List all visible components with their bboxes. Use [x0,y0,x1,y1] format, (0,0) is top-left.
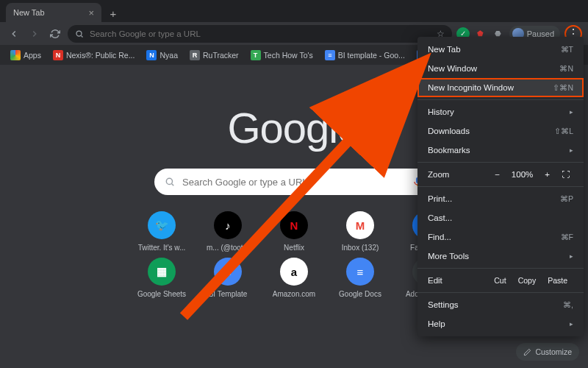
svg-point-1 [166,178,172,184]
chevron-right-icon: ▸ [570,146,573,154]
browser-tab[interactable]: New Tab × [6,3,101,22]
menu-downloads[interactable]: Downloads⇧⌘L [417,121,584,141]
bookmark-item[interactable]: NNyaa [142,48,182,63]
close-tab-icon[interactable]: × [88,7,94,18]
shortcut-tile[interactable]: ♪m... (@toot... [202,211,254,252]
menu-cast[interactable]: Cast... [417,208,584,227]
ntp-search-input[interactable] [182,177,404,188]
google-logo: Google [227,103,360,152]
chevron-right-icon: ▸ [570,108,573,116]
menu-settings[interactable]: Settings⌘, [417,295,584,314]
menu-history[interactable]: History▸ [417,102,584,121]
bookmark-item[interactable]: RRuTracker [185,48,243,63]
menu-new-incognito-window[interactable]: New Incognito Window⇧⌘N [417,78,584,97]
bookmark-item[interactable]: NNexis®: Public Re... [49,48,140,63]
tab-strip: New Tab × + [0,0,588,22]
menu-zoom-row: Zoom − 100% + ⛶ [417,165,584,184]
menu-more-tools[interactable]: More Tools▸ [417,247,584,266]
chevron-right-icon: ▸ [570,252,573,260]
omnibox[interactable]: ☆ [68,25,452,43]
menu-new-window[interactable]: New Window⌘N [417,59,584,78]
zoom-in-button[interactable]: + [542,170,553,179]
menu-print[interactable]: Print...⌘P [417,189,584,208]
menu-help[interactable]: Help▸ [417,314,584,333]
menu-new-tab[interactable]: New Tab⌘T [417,40,584,59]
apps-button[interactable]: Apps [6,48,46,63]
search-icon [75,29,84,38]
shortcut-tile[interactable]: MInbox (132) [334,211,386,252]
shortcut-tile[interactable]: NNetflix [268,211,320,252]
tab-title: New Tab [13,8,45,17]
forward-button[interactable] [26,26,43,42]
fullscreen-icon[interactable]: ⛶ [559,170,573,179]
omnibox-input[interactable] [90,29,431,38]
zoom-level: 100% [509,170,536,179]
shortcuts-grid: 🐦Twitter. It's w...♪m... (@toot...NNetfl… [136,211,452,298]
ntp-search-box[interactable] [154,169,434,195]
search-icon [165,177,175,187]
reload-button[interactable] [47,26,63,42]
zoom-out-button[interactable]: − [492,170,503,179]
copy-button[interactable]: Copy [512,276,542,285]
pencil-icon [523,348,531,356]
shortcut-tile[interactable]: aAmazon.com [268,258,320,298]
shortcut-tile[interactable]: ▦Google Sheets [136,258,187,298]
chevron-right-icon: ▸ [570,320,573,328]
customize-button[interactable]: Customize [516,343,579,361]
shortcut-tile[interactable]: 🐦Twitter. It's w... [136,211,187,252]
shortcut-tile[interactable]: ≡BI Template [202,258,254,298]
cut-button[interactable]: Cut [488,276,512,285]
bookmark-item[interactable]: ≡BI template - Goo... [320,48,409,63]
menu-bookmarks[interactable]: Bookmarks▸ [417,141,584,160]
menu-edit-row: Edit Cut Copy Paste [417,271,584,290]
chrome-menu: New Tab⌘T New Window⌘N New Incognito Win… [417,37,584,336]
back-button[interactable] [6,26,22,42]
new-tab-button[interactable]: + [104,4,122,22]
shortcut-tile[interactable]: ≡Google Docs [334,258,386,298]
bookmark-item[interactable]: TTech How To's [246,48,318,63]
svg-point-0 [76,31,82,36]
paste-button[interactable]: Paste [542,276,573,285]
menu-find[interactable]: Find...⌘F [417,227,584,247]
